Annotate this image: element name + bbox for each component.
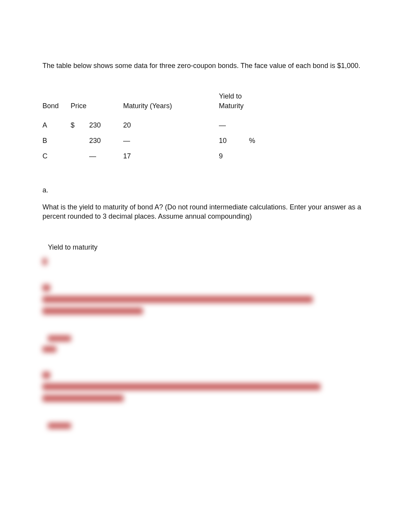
th-maturity: Maturity (Years) [123,92,219,117]
cell-price: 230 [89,117,123,133]
cell-price: 230 [89,133,123,148]
th-bond: Bond [42,92,71,117]
part-a-answer-label: Yield to maturity [48,243,368,252]
hidden-part-c [42,372,368,429]
th-price: Price [71,92,123,117]
cell-ytm-unit [249,117,264,133]
bond-table: Bond Price Maturity (Years) Yield to Mat… [42,92,264,164]
cell-ytm: 9 [219,148,249,164]
intro-text: The table below shows some data for thre… [42,61,368,70]
th-ytm: Yield to Maturity [219,92,264,117]
table-row: A $ 230 20 — [42,117,264,133]
part-a-question: What is the yield to maturity of bond A?… [42,202,368,221]
cell-ytm: — [219,117,249,133]
cell-bond: A [42,117,71,133]
cell-ytm-unit: % [249,133,264,148]
cell-maturity: — [123,133,219,148]
cell-maturity: 17 [123,148,219,164]
cell-maturity: 20 [123,117,219,133]
part-a-letter: a. [42,185,368,195]
cell-ytm: 10 [219,133,249,148]
hidden-answer-a [42,258,368,265]
hidden-part-b [42,284,368,352]
table-row: B 230 — 10 % [42,133,264,148]
cell-bond: C [42,148,71,164]
table-row: C — 17 9 [42,148,264,164]
cell-bond: B [42,133,71,148]
cell-price: — [89,148,123,164]
cell-currency: $ [71,117,89,133]
cell-currency [71,133,89,148]
cell-ytm-unit [249,148,264,164]
cell-currency [71,148,89,164]
